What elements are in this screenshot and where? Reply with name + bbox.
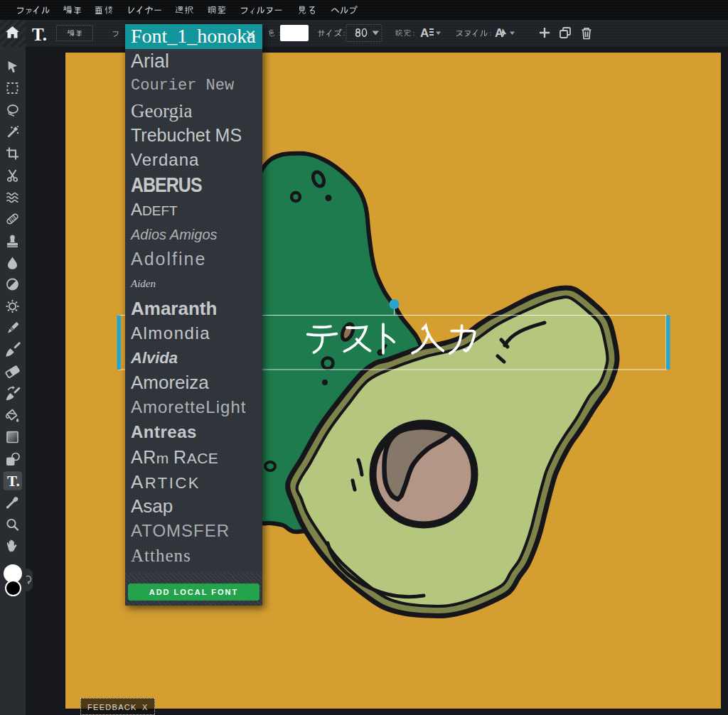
svg-text:T.: T. — [7, 473, 20, 490]
svg-text:X: X — [142, 703, 148, 711]
svg-text:A: A — [420, 26, 429, 40]
svg-text:FEEDBACK: FEEDBACK — [87, 703, 137, 711]
